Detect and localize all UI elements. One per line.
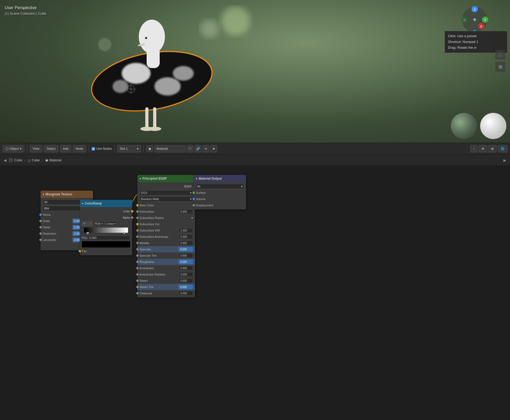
breadcrumb-right-btn[interactable]: ▶	[503, 158, 506, 162]
sheen-value[interactable]: 0.000	[179, 278, 193, 283]
colorramp-black-swatch[interactable]	[82, 241, 130, 247]
view-menu[interactable]: View	[30, 145, 42, 152]
use-nodes-checkbox[interactable]	[92, 147, 95, 151]
metallic-socket[interactable]	[136, 242, 139, 244]
principled-metallic-row[interactable]: Metallic 0.000	[137, 240, 195, 246]
principled-subsurface-ior-row[interactable]: Subsurface IOR 1.400	[137, 227, 195, 234]
camera-icon[interactable]: 🎥	[495, 50, 505, 60]
clearcoat-value[interactable]: 0.000	[179, 291, 193, 296]
lacunarity-socket[interactable]	[39, 239, 42, 241]
breadcrumb-item-cube2[interactable]: △ Cube	[28, 158, 40, 162]
colorramp-add-btn[interactable]: +	[82, 221, 87, 226]
principled-sheen-row[interactable]: Sheen 0.000	[137, 278, 195, 284]
metallic-value[interactable]: 0.000	[179, 241, 193, 245]
use-nodes-toggle[interactable]: Use Nodes	[92, 147, 112, 151]
colorramp-rgb-dropdown[interactable]: RGB ▾	[93, 221, 104, 226]
colorramp-pos-field[interactable]: 0.000	[88, 235, 130, 240]
colorramp-remove-btn[interactable]: -	[88, 221, 92, 226]
subsurface-ior-value[interactable]: 1.400	[179, 228, 193, 233]
detail-socket[interactable]	[39, 226, 42, 229]
material-star-btn[interactable]: ★	[210, 145, 217, 152]
principled-sheen-tint-row[interactable]: Sheen Tint 0.500	[137, 284, 195, 290]
displacement-input-socket[interactable]	[192, 204, 195, 207]
ggx-dropdown[interactable]: GGX ▾	[140, 190, 193, 195]
clearcoat-socket[interactable]	[136, 292, 139, 295]
color-output-socket[interactable]	[131, 210, 134, 213]
breadcrumb-item-material[interactable]: ◉ Material	[45, 158, 62, 162]
principled-base-color-row[interactable]: Base Color	[137, 202, 195, 208]
node-principled[interactable]: ▾ Principled BSDF BSDF GGX ▾ Random Walk…	[137, 175, 195, 297]
principled-specular-row[interactable]: Specular 0.500	[137, 246, 195, 252]
sheen-tint-value[interactable]: 0.500	[179, 285, 193, 289]
viewport-gizmo[interactable]: Z Y -Y X	[460, 5, 489, 34]
subsurface-socket[interactable]	[136, 210, 139, 213]
musgrave-header[interactable]: ▾ Musgrave Texture	[41, 191, 93, 198]
grid-view-icon[interactable]: ⊞	[495, 62, 505, 72]
material-link-btn[interactable]: 🔗	[195, 145, 201, 152]
sub-col-socket[interactable]	[136, 223, 139, 225]
material-type-icon[interactable]: ◉	[146, 145, 153, 152]
fac-input-socket[interactable]	[79, 250, 81, 252]
scale-socket[interactable]	[39, 220, 42, 222]
principled-roughness-row[interactable]: Roughness 0.500	[137, 259, 195, 265]
colorramp-marker-black[interactable]	[86, 232, 89, 234]
select-menu[interactable]: Select	[44, 145, 58, 152]
subsurface-value[interactable]: 0.000	[179, 209, 193, 214]
specular-value[interactable]: 0.500	[179, 247, 193, 252]
principled-subsurface-row[interactable]: Subsurface 0.000	[137, 208, 195, 215]
principled-subsurface-col-row[interactable]: Subsurface Col	[137, 221, 195, 227]
principled-specular-tint-row[interactable]: Specular Tint 0.000	[137, 252, 195, 259]
material-name-field[interactable]: Material	[154, 145, 186, 152]
sheen-tint-socket[interactable]	[136, 286, 139, 288]
principled-rw-row[interactable]: Random Walk ▾	[137, 196, 195, 202]
material-close-btn[interactable]: ✕	[202, 145, 209, 152]
colorramp-marker-white[interactable]	[123, 232, 126, 234]
colorramp-header[interactable]: ▾ ColorRamp	[80, 200, 132, 207]
sub-radius-socket[interactable]	[136, 217, 139, 219]
alpha-output-socket[interactable]	[131, 216, 134, 219]
slot-dropdown[interactable]: Slot 1 ▾	[117, 145, 141, 152]
global-icon-btn[interactable]: 🌐	[498, 145, 507, 152]
roughness-value[interactable]: 0.500	[179, 259, 193, 264]
base-color-socket[interactable]	[136, 204, 139, 207]
viewport-3d[interactable]: User Perspective (1) Scene Collection | …	[0, 0, 510, 143]
breadcrumb-item-cube1[interactable]: ⬛ Cube	[9, 158, 22, 162]
roughness-socket[interactable]	[136, 261, 139, 263]
anisotropic-value[interactable]: 0.000	[179, 266, 193, 270]
node-colorramp[interactable]: ▾ ColorRamp Color Alpha + - RGB ▾	[80, 200, 132, 255]
sheen-socket[interactable]	[136, 279, 139, 282]
editor-type-dropdown[interactable]: ⬡ Object ▾	[3, 145, 24, 152]
volume-input-socket[interactable]	[192, 198, 195, 200]
node-editor[interactable]: ▾ Musgrave Texture 3D ▾ fBM ▾ Vecto	[0, 166, 510, 420]
upload-icon-btn[interactable]: ↑	[470, 145, 478, 152]
aniso-rot-socket[interactable]	[136, 273, 139, 276]
colorramp-linear-dropdown[interactable]: Linear ▾	[105, 221, 117, 226]
output-all-row[interactable]: All ▾	[194, 183, 246, 190]
spec-tint-value[interactable]: 0.000	[179, 253, 193, 258]
sub-aniso-socket[interactable]	[136, 235, 139, 238]
vector-socket[interactable]	[39, 213, 42, 216]
material-output-header[interactable]: ▾ Material Output	[194, 175, 246, 182]
specular-socket[interactable]	[136, 248, 139, 251]
principled-subsurface-radius-row[interactable]: Subsurface Radius ▾	[137, 215, 195, 221]
output-all-dropdown[interactable]: All ▾	[196, 184, 244, 189]
colorramp-gradient[interactable]	[84, 228, 128, 233]
principled-clearcoat-row[interactable]: Clearcoat 0.000	[137, 290, 195, 296]
principled-ggx-row[interactable]: GGX ▾	[137, 190, 195, 196]
sub-aniso-value[interactable]: 0.000	[179, 234, 193, 239]
principled-sub-aniso-row[interactable]: Subsurface Anisotropy 0.000	[137, 234, 195, 240]
principled-aniso-rot-row[interactable]: Anisotropic Rotation 0.000	[137, 271, 195, 278]
view-layout-btn[interactable]: ⊞	[488, 145, 497, 152]
node-material-output[interactable]: ▾ Material Output All ▾ Surface Volume	[194, 175, 246, 209]
aniso-rot-value[interactable]: 0.000	[179, 272, 193, 277]
settings-icon-btn[interactable]: ⚙	[479, 145, 487, 152]
add-menu[interactable]: Add	[60, 145, 71, 152]
principled-anisotropic-row[interactable]: Anisotropic 0.000	[137, 265, 195, 271]
surface-input-socket[interactable]	[192, 191, 195, 194]
rw-dropdown[interactable]: Random Walk ▾	[140, 196, 193, 202]
anisotropic-socket[interactable]	[136, 267, 139, 269]
sub-ior-socket[interactable]	[136, 229, 139, 232]
principled-header[interactable]: ▾ Principled BSDF	[137, 175, 195, 182]
node-menu[interactable]: Node	[73, 145, 86, 152]
dimension-socket[interactable]	[39, 232, 42, 235]
